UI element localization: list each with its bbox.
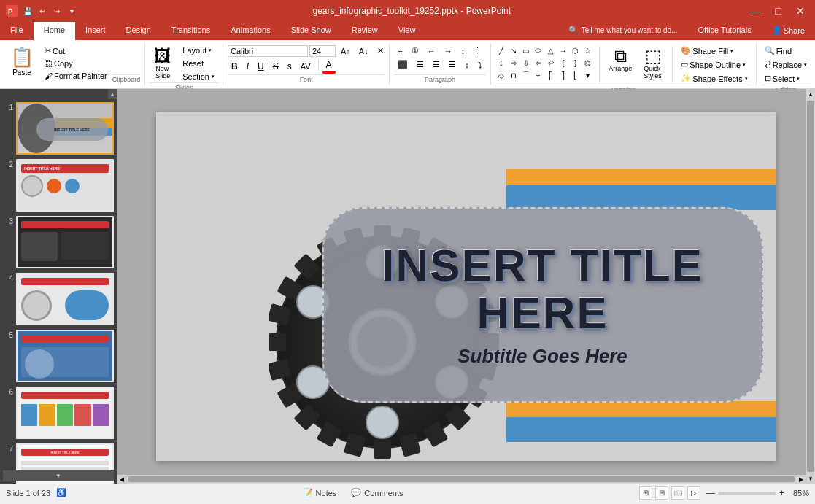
tab-tutorials[interactable]: Office Tutorials (687, 22, 761, 40)
slide-panel-scroll-down[interactable]: ▼ (3, 470, 114, 481)
tab-share[interactable]: 👤 Share (762, 22, 815, 40)
align-left-button[interactable]: ⬛ (394, 58, 412, 71)
slide-thumb-4[interactable] (16, 273, 114, 325)
tab-home[interactable]: Home (34, 22, 75, 40)
slide-thumbnail-6[interactable]: 6 (3, 387, 114, 439)
shape11[interactable]: ⇩ (520, 57, 532, 69)
section-button[interactable]: Section ▾ (179, 71, 218, 82)
arrow-shape[interactable]: ↘ (508, 44, 519, 56)
reading-view-button[interactable]: 📖 (671, 486, 684, 500)
decrease-font-button[interactable]: A↓ (355, 45, 372, 57)
notes-button[interactable]: 📝 Notes (300, 487, 340, 498)
tab-review[interactable]: Review (341, 22, 388, 40)
zoom-slider[interactable] (718, 492, 776, 495)
shape16[interactable]: ⌬ (582, 57, 594, 69)
tab-transitions[interactable]: Transitions (161, 22, 220, 40)
shape20[interactable]: ⌣ (533, 69, 544, 81)
slide-thumb-5[interactable] (16, 330, 114, 382)
slide-thumb-3[interactable] (16, 216, 114, 268)
slide-subtitle[interactable]: Subtitle Goes Here (457, 345, 627, 368)
scroll-down-button[interactable]: ▼ (806, 473, 815, 484)
close-button[interactable]: ✕ (792, 4, 809, 18)
minimize-button[interactable]: — (746, 4, 765, 18)
layout-button[interactable]: Layout ▾ (179, 44, 218, 56)
quick-styles-button[interactable]: ⬚ Quick Styles (639, 44, 667, 82)
slide-thumbnail-3[interactable]: 3 (3, 216, 114, 268)
shape23[interactable]: ⎣ (570, 69, 582, 81)
rect-shape[interactable]: ▭ (520, 44, 532, 56)
oval-shape[interactable]: ⬭ (533, 44, 544, 56)
font-name-input[interactable] (228, 45, 308, 57)
shape-fill-button[interactable]: 🎨 Shape Fill ▾ (677, 44, 751, 57)
zoom-in-icon[interactable]: + (779, 488, 784, 498)
shape21[interactable]: ⎡ (545, 69, 557, 81)
increase-font-button[interactable]: A↑ (337, 45, 354, 57)
shape22[interactable]: ⎤ (557, 69, 569, 81)
paste-button[interactable]: 📋 Paste (4, 44, 39, 78)
shape-effects-button[interactable]: ✨ Shape Effects ▾ (677, 72, 751, 85)
shape12[interactable]: ⇦ (533, 57, 544, 69)
clear-format-button[interactable]: ✕ (374, 44, 387, 57)
slide-thumb-1[interactable]: INSERT TITLE HERE (16, 102, 114, 155)
columns-button[interactable]: ⋮ (470, 44, 485, 57)
redo-icon[interactable]: ↪ (51, 5, 63, 17)
char-spacing-button[interactable]: AV (297, 61, 314, 72)
arrow2-shape[interactable]: → (557, 44, 569, 56)
decrease-indent-button[interactable]: ← (424, 44, 439, 57)
shape19[interactable]: ⌒ (520, 69, 532, 81)
font-color-button[interactable]: A (322, 58, 336, 74)
maximize-button[interactable]: □ (771, 4, 786, 18)
comments-button[interactable]: 💬 Comments (348, 487, 406, 498)
tell-me-field[interactable]: 🔍 Tell me what you want to do... (558, 22, 688, 40)
shape8[interactable]: ☆ (582, 44, 594, 56)
slide-thumbnail-1[interactable]: 1 INSERT TITLE HERE (3, 102, 114, 155)
save-icon[interactable]: 💾 (22, 5, 34, 17)
tab-animations[interactable]: Animations (220, 22, 280, 40)
horizontal-scrollbar[interactable]: ◀ ▶ (117, 475, 806, 484)
shape-outline-button[interactable]: ▭ Shape Outline ▾ (677, 58, 751, 71)
tab-file[interactable]: File (0, 22, 34, 40)
slide-sorter-button[interactable]: ⊟ (655, 486, 668, 500)
slide-panel-scroll-up[interactable]: ▲ (108, 89, 117, 99)
numbering-button[interactable]: ① (408, 44, 422, 57)
scroll-right-button[interactable]: ▶ (796, 475, 806, 484)
slide-thumbnail-5[interactable]: 5 (3, 330, 114, 382)
underline-button[interactable]: U (254, 60, 268, 73)
slide-title[interactable]: INSERT TITLE HERE (324, 241, 762, 336)
line-shape[interactable]: ╱ (495, 44, 507, 56)
normal-view-button[interactable]: ⊞ (639, 486, 652, 500)
format-painter-button[interactable]: 🖌 Format Painter (41, 70, 111, 82)
tab-insert[interactable]: Insert (75, 22, 116, 40)
cut-button[interactable]: ✂ Cut (41, 44, 111, 57)
slideshow-button[interactable]: ▷ (687, 486, 700, 500)
align-right-button[interactable]: ☰ (429, 58, 444, 71)
shape15[interactable]: } (570, 57, 582, 69)
text-direction-button[interactable]: ↕ (461, 58, 473, 71)
shape7[interactable]: ⬡ (570, 44, 582, 56)
slide-thumbnail-2[interactable]: 2 INSERT TITLE HERE (3, 159, 114, 212)
bold-button[interactable]: B (228, 60, 242, 73)
shape9[interactable]: ⤵ (495, 57, 507, 69)
vertical-scrollbar[interactable]: ▲ ▼ (806, 89, 815, 484)
slide-thumb-6[interactable] (16, 387, 114, 439)
bullets-button[interactable]: ≡ (394, 44, 406, 57)
increase-indent-button[interactable]: → (441, 44, 456, 57)
tab-design[interactable]: Design (116, 22, 161, 40)
scroll-thumb-v[interactable] (807, 101, 814, 472)
shape13[interactable]: ↩ (545, 57, 557, 69)
undo-icon[interactable]: ↩ (36, 5, 48, 17)
reset-button[interactable]: Reset (179, 58, 218, 69)
strikethrough-button[interactable]: S (269, 60, 282, 73)
scroll-up-button[interactable]: ▲ (806, 89, 815, 99)
slide-thumb-2[interactable]: INSERT TITLE HERE (16, 159, 114, 212)
line-spacing-button[interactable]: ↕ (457, 44, 469, 57)
new-slide-button[interactable]: 🖼 NewSlide (150, 44, 176, 82)
scroll-left-button[interactable]: ◀ (117, 475, 127, 484)
tab-slideshow[interactable]: Slide Show (281, 22, 341, 40)
shape18[interactable]: ⊓ (508, 69, 519, 81)
customize-icon[interactable]: ▾ (66, 5, 77, 17)
scroll-thumb-h[interactable] (128, 476, 795, 482)
align-center-button[interactable]: ☰ (413, 58, 428, 71)
triangle-shape[interactable]: △ (545, 44, 557, 56)
shadow-button[interactable]: s (284, 60, 296, 73)
